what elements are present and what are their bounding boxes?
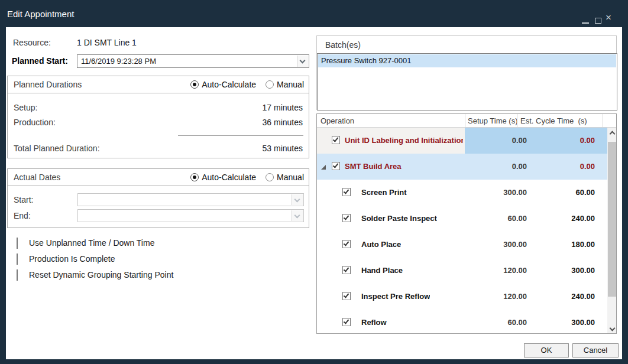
reset-grouping-checkbox-row[interactable]: Reset Dynamic Grouping Starting Point — [17, 269, 18, 280]
operation-name: SMT Build Area — [345, 162, 402, 171]
use-unplanned-time-checkbox-row[interactable]: Use Unplanned Time / Down Time — [17, 238, 18, 248]
checkbox[interactable] — [17, 254, 18, 265]
total-divider — [178, 135, 303, 136]
operation-name: Unit ID Labeling and Initialization — [345, 136, 463, 145]
operation-checkbox[interactable] — [342, 188, 351, 196]
setup-time-value: 120.00 — [465, 292, 527, 301]
scrollbar-thumb[interactable] — [608, 142, 617, 297]
maximize-icon[interactable] — [595, 18, 601, 24]
planned-start-combobox[interactable]: 11/6/2019 9:23:28 PM — [77, 54, 309, 68]
operation-row[interactable]: SMT Build Area0.000.00 — [317, 154, 607, 180]
check-icon — [344, 188, 349, 194]
operations-rows: Unit ID Labeling and Initialization0.000… — [317, 128, 607, 334]
checkbox[interactable] — [17, 269, 18, 281]
cycle-time-value: 240.00 — [527, 214, 595, 223]
actual-auto-calculate-radio[interactable] — [190, 173, 199, 181]
chevron-down-icon — [300, 58, 306, 64]
check-icon — [344, 240, 349, 246]
actual-auto-calculate-label[interactable]: Auto-Calculate — [202, 173, 256, 182]
operation-checkbox[interactable] — [332, 162, 340, 170]
planned-durations-group: Planned Durations Auto-Calculate Manual … — [7, 76, 309, 158]
column-header-cycle-time[interactable]: Est. Cycle Time (s) — [520, 116, 587, 125]
planned-durations-title: Planned Durations — [14, 80, 82, 89]
operation-name: Screen Print — [361, 188, 407, 197]
operation-checkbox[interactable] — [342, 240, 351, 248]
total-duration-label: Total Planned Duration: — [14, 144, 100, 153]
operations-table: Operation Setup Time (s) Est. Cycle Time… — [316, 113, 617, 334]
cycle-time-value: 60.00 — [527, 188, 595, 197]
actual-manual-label[interactable]: Manual — [277, 173, 304, 182]
start-dropdown-button[interactable] — [292, 194, 303, 205]
setup-time-value: 0.00 — [465, 162, 527, 171]
operation-row[interactable]: Reflow60.00300.00 — [317, 310, 607, 334]
title-bar[interactable]: Edit Appointment × — [0, 0, 628, 27]
check-icon — [344, 266, 349, 272]
actual-dates-header: Actual Dates Auto-Calculate Manual — [8, 169, 309, 186]
manual-radio[interactable] — [266, 80, 274, 89]
auto-calculate-radio[interactable] — [190, 80, 199, 89]
operation-checkbox[interactable] — [332, 136, 340, 144]
minimize-icon[interactable] — [582, 22, 589, 24]
production-complete-checkbox-row[interactable]: Production Is Complete — [17, 254, 18, 264]
start-combobox[interactable] — [77, 193, 304, 206]
check-icon — [344, 292, 349, 298]
operation-row[interactable]: Unit ID Labeling and Initialization0.000… — [317, 128, 607, 154]
setup-time-value: 60.00 — [465, 214, 527, 223]
end-combobox[interactable] — [77, 209, 304, 222]
setup-value: 17 minutes — [263, 103, 303, 112]
column-divider — [603, 114, 603, 128]
resource-label: Resource: — [13, 38, 51, 47]
check-icon — [333, 162, 339, 168]
operation-row[interactable]: Auto Place300.00180.00 — [317, 232, 607, 258]
actual-manual-radio[interactable] — [266, 173, 274, 181]
end-label: End: — [14, 211, 31, 220]
scroll-down-icon[interactable] — [607, 324, 617, 334]
operation-row[interactable]: Inspect Pre Reflow120.00240.00 — [317, 284, 607, 310]
auto-calculate-label[interactable]: Auto-Calculate — [202, 80, 256, 89]
dropdown-button[interactable] — [297, 56, 308, 67]
setup-time-value: 60.00 — [465, 318, 527, 327]
operation-row[interactable]: Solder Paste Inspect60.00240.00 — [317, 206, 607, 232]
end-dropdown-button[interactable] — [292, 210, 303, 221]
operation-name: Inspect Pre Reflow — [361, 292, 430, 301]
operation-checkbox[interactable] — [342, 318, 351, 326]
operation-row[interactable]: Screen Print300.0060.00 — [317, 180, 607, 206]
dialog-title: Edit Appointment — [7, 9, 74, 19]
planned-start-value: 11/6/2019 9:23:28 PM — [81, 57, 156, 66]
total-duration-value: 53 minutes — [263, 144, 303, 153]
batch-list-item[interactable]: Pressure Switch 927-0001 — [318, 54, 616, 67]
actual-dates-title: Actual Dates — [14, 173, 60, 182]
cycle-time-value: 300.00 — [527, 266, 595, 275]
cancel-button[interactable]: Cancel — [572, 343, 619, 358]
checkbox-label[interactable]: Reset Dynamic Grouping Starting Point — [29, 270, 173, 280]
ok-button[interactable]: OK — [524, 343, 569, 358]
operations-table-header: Operation Setup Time (s) Est. Cycle Time… — [317, 114, 616, 128]
scroll-up-icon[interactable] — [607, 128, 617, 138]
batch-list[interactable]: Pressure Switch 927-0001 — [317, 53, 617, 110]
check-icon — [333, 136, 339, 142]
planned-start-label: Planned Start: — [12, 56, 68, 66]
checkbox-label[interactable]: Production Is Complete — [29, 254, 115, 264]
checkbox-label[interactable]: Use Unplanned Time / Down Time — [29, 238, 154, 248]
cycle-time-value: 180.00 — [527, 240, 595, 249]
operation-name: Auto Place — [361, 240, 401, 249]
actual-dates-group: Actual Dates Auto-Calculate Manual Start… — [7, 168, 309, 228]
setup-time-value: 120.00 — [465, 266, 527, 275]
setup-time-value: 300.00 — [465, 240, 527, 249]
column-header-operation[interactable]: Operation — [321, 116, 354, 125]
operation-row[interactable]: Hand Place120.00300.00 — [317, 258, 607, 284]
operation-checkbox[interactable] — [342, 214, 351, 222]
expander-expanded-icon[interactable] — [321, 165, 326, 170]
cycle-time-value: 240.00 — [527, 292, 595, 301]
manual-label[interactable]: Manual — [277, 80, 304, 89]
operation-checkbox[interactable] — [342, 292, 351, 300]
close-icon[interactable]: × — [606, 12, 611, 22]
column-header-setup-time[interactable]: Setup Time (s) — [468, 116, 518, 125]
checkbox[interactable] — [17, 238, 18, 249]
check-icon — [344, 214, 349, 220]
operation-checkbox[interactable] — [342, 266, 351, 274]
vertical-scrollbar[interactable] — [607, 128, 617, 334]
operation-name: Reflow — [361, 318, 387, 327]
batches-panel: Batch(es) Pressure Switch 927-0001 — [316, 35, 617, 110]
operation-name: Hand Place — [361, 266, 403, 275]
